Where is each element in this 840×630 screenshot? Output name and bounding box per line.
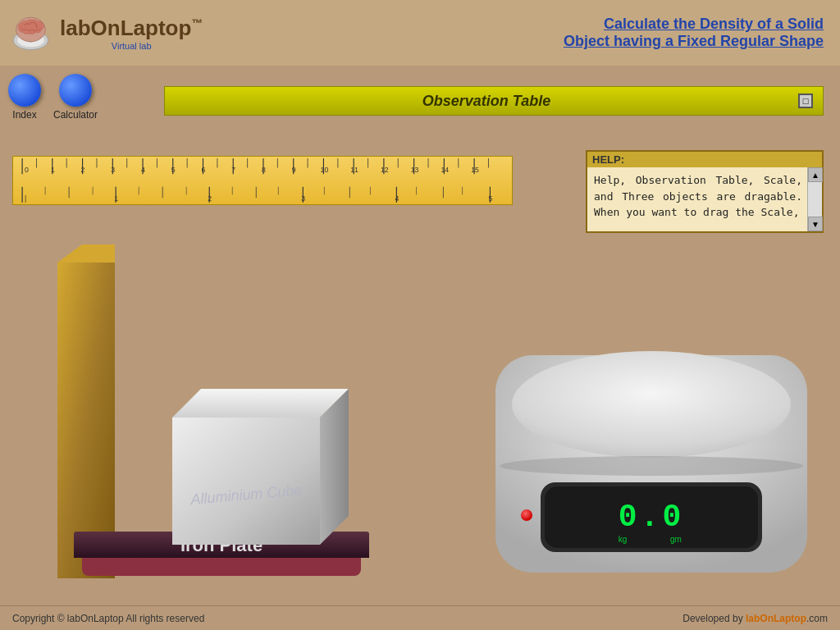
ruler-svg: 0 1 2 3 4 5 6 7 8 9 10 11 12 13 [13,157,512,204]
calculator-button-icon [59,74,92,107]
alum-cube-svg: Alluminium Cube [156,377,353,549]
svg-text:5: 5 [489,194,493,203]
footer-developed-text: Developed by [682,613,746,624]
observation-table-close-button[interactable]: □ [798,94,813,108]
svg-text:|: | [25,194,26,203]
brain-logo-icon [8,15,53,52]
svg-point-96 [521,509,532,521]
svg-text:9: 9 [292,166,296,174]
svg-text:gm: gm [670,535,682,544]
title-line2: Object having a Fixed Regular Shape [564,33,824,50]
svg-point-89 [512,351,791,458]
svg-text:kg: kg [619,535,628,544]
weighing-scale[interactable]: 0.0 kg gm [487,339,815,585]
svg-text:4: 4 [395,194,399,203]
help-scrollbar: ▲ ▼ [807,167,822,231]
svg-text:10: 10 [321,166,329,174]
help-content: Help, Observation Table, Scale, and Thre… [587,167,822,231]
scale-svg: 0.0 kg gm [487,339,815,585]
svg-text:4: 4 [141,166,145,174]
svg-text:7: 7 [231,166,235,174]
nav-area: Index Calculator [8,66,98,129]
svg-text:14: 14 [441,166,450,174]
help-scroll-up-button[interactable]: ▲ [808,167,823,182]
observation-table-label: Observation Table [175,93,798,110]
svg-text:3: 3 [111,166,115,174]
svg-point-90 [500,456,803,476]
calculator-button[interactable]: Calculator [53,74,98,121]
svg-text:11: 11 [350,166,358,174]
observation-table-bar: Observation Table □ [164,86,824,116]
virtual-lab-label: Virtual lab [60,41,203,51]
svg-text:12: 12 [381,166,389,174]
footer-developed-by: Developed by labOnLaptop.com [682,613,828,624]
help-title-bar: HELP: [587,152,822,167]
logo-text-area: labOnLaptop™ Virtual lab [60,16,203,51]
header: labOnLaptop™ Virtual lab Calculate the D… [0,0,840,66]
footer-dotcom: .com [806,613,828,624]
wood-object[interactable]: Wood [49,238,115,582]
help-title: HELP: [592,153,624,166]
svg-text:0: 0 [25,166,29,174]
footer-copyright: Copyright © labOnLaptop All rights reser… [12,613,204,624]
svg-marker-81 [57,244,115,262]
svg-marker-85 [172,389,349,418]
svg-text:2: 2 [81,166,85,174]
svg-text:13: 13 [411,166,419,174]
svg-text:3: 3 [301,194,305,203]
svg-text:8: 8 [262,166,266,174]
footer: Copyright © labOnLaptop All rights reser… [0,605,840,630]
svg-text:6: 6 [202,166,206,174]
svg-text:1: 1 [114,194,118,203]
ruler-body[interactable]: 0 1 2 3 4 5 6 7 8 9 10 11 12 13 [12,156,513,205]
help-scroll-down-button[interactable]: ▼ [808,217,823,231]
svg-text:0.0: 0.0 [619,500,684,535]
logo-area: labOnLaptop™ Virtual lab [8,15,203,52]
index-label: Index [12,109,36,121]
title-line1: Calculate the Density of a Solid [564,16,824,33]
calculator-label: Calculator [53,109,98,121]
logo-text: labOnLaptop™ [60,16,203,41]
index-button[interactable]: Index [8,74,41,121]
footer-brand: labOnLaptop [746,613,806,624]
help-box: HELP: Help, Observation Table, Scale, an… [586,150,824,233]
aluminium-cube-object[interactable]: Alluminium Cube [156,377,353,552]
svg-text:15: 15 [471,166,479,174]
svg-text:1: 1 [51,166,55,174]
svg-text:5: 5 [171,166,176,174]
svg-text:2: 2 [208,194,212,203]
title-area: Calculate the Density of a Solid Object … [564,16,832,50]
ruler[interactable]: 0 1 2 3 4 5 6 7 8 9 10 11 12 13 [12,156,513,205]
index-button-icon [8,74,41,107]
wood-svg: Wood [49,238,123,582]
